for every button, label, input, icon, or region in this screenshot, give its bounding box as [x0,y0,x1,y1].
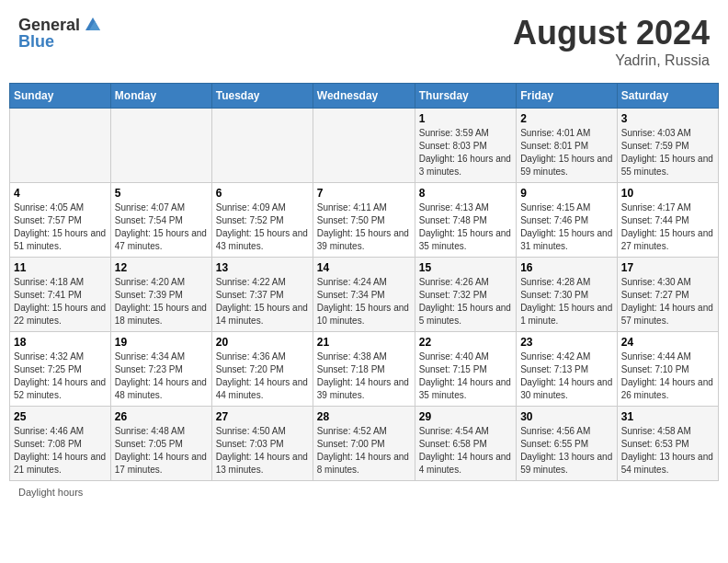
title-area: August 2024 Yadrin, Russia [513,14,710,69]
calendar-cell: 22Sunrise: 4:40 AM Sunset: 7:15 PM Dayli… [415,332,516,407]
day-info: Sunrise: 4:42 AM Sunset: 7:13 PM Dayligh… [520,350,613,402]
day-header-tuesday: Tuesday [211,84,313,109]
calendar-cell: 5Sunrise: 4:07 AM Sunset: 7:54 PM Daylig… [110,183,211,258]
calendar-cell [110,109,211,183]
day-number: 2 [520,112,613,125]
calendar-cell: 26Sunrise: 4:48 AM Sunset: 7:05 PM Dayli… [110,407,211,481]
day-number: 8 [419,187,512,200]
day-info: Sunrise: 4:11 AM Sunset: 7:50 PM Dayligh… [317,201,411,253]
day-info: Sunrise: 4:38 AM Sunset: 7:18 PM Dayligh… [317,350,411,402]
day-info: Sunrise: 4:56 AM Sunset: 6:55 PM Dayligh… [520,425,613,477]
calendar-cell: 17Sunrise: 4:30 AM Sunset: 7:27 PM Dayli… [617,258,718,332]
day-info: Sunrise: 4:58 AM Sunset: 6:53 PM Dayligh… [621,425,714,477]
calendar-cell: 20Sunrise: 4:36 AM Sunset: 7:20 PM Dayli… [211,332,313,407]
day-number: 10 [621,187,714,200]
day-header-saturday: Saturday [617,84,718,109]
calendar-cell: 29Sunrise: 4:54 AM Sunset: 6:58 PM Dayli… [415,407,516,481]
calendar-week-row: 1Sunrise: 3:59 AM Sunset: 8:03 PM Daylig… [10,109,719,183]
day-info: Sunrise: 4:34 AM Sunset: 7:23 PM Dayligh… [115,350,208,402]
calendar-cell: 27Sunrise: 4:50 AM Sunset: 7:03 PM Dayli… [211,407,313,481]
day-info: Sunrise: 4:24 AM Sunset: 7:34 PM Dayligh… [317,276,411,327]
main-title: August 2024 [513,14,710,52]
day-number: 16 [520,261,613,274]
day-number: 1 [419,112,512,125]
calendar-cell: 21Sunrise: 4:38 AM Sunset: 7:18 PM Dayli… [313,332,415,407]
calendar-cell: 1Sunrise: 3:59 AM Sunset: 8:03 PM Daylig… [415,109,516,183]
day-info: Sunrise: 4:22 AM Sunset: 7:37 PM Dayligh… [216,276,309,327]
day-info: Sunrise: 4:52 AM Sunset: 7:00 PM Dayligh… [317,425,411,477]
day-number: 26 [115,410,208,423]
subtitle: Yadrin, Russia [513,52,710,69]
day-info: Sunrise: 4:01 AM Sunset: 8:01 PM Dayligh… [520,127,613,178]
calendar-cell: 11Sunrise: 4:18 AM Sunset: 7:41 PM Dayli… [10,258,111,332]
calendar-cell [211,109,313,183]
day-info: Sunrise: 3:59 AM Sunset: 8:03 PM Dayligh… [419,127,512,178]
calendar-week-row: 11Sunrise: 4:18 AM Sunset: 7:41 PM Dayli… [10,258,719,332]
day-number: 6 [216,187,309,200]
day-info: Sunrise: 4:40 AM Sunset: 7:15 PM Dayligh… [419,350,512,402]
header: General Blue August 2024 Yadrin, Russia [9,9,719,74]
day-info: Sunrise: 4:28 AM Sunset: 7:30 PM Dayligh… [520,276,613,327]
day-header-sunday: Sunday [10,84,111,109]
calendar-cell: 3Sunrise: 4:03 AM Sunset: 7:59 PM Daylig… [617,109,718,183]
day-info: Sunrise: 4:09 AM Sunset: 7:52 PM Dayligh… [216,201,309,253]
calendar-cell: 16Sunrise: 4:28 AM Sunset: 7:30 PM Dayli… [517,258,618,332]
calendar-cell: 10Sunrise: 4:17 AM Sunset: 7:44 PM Dayli… [617,183,718,258]
day-number: 24 [621,336,714,349]
day-info: Sunrise: 4:44 AM Sunset: 7:10 PM Dayligh… [621,350,714,402]
calendar-cell: 24Sunrise: 4:44 AM Sunset: 7:10 PM Dayli… [617,332,718,407]
day-number: 31 [621,410,714,423]
calendar-cell: 12Sunrise: 4:20 AM Sunset: 7:39 PM Dayli… [110,258,211,332]
day-number: 5 [115,187,208,200]
day-number: 7 [317,187,411,200]
day-number: 30 [520,410,613,423]
day-number: 20 [216,336,309,349]
day-info: Sunrise: 4:20 AM Sunset: 7:39 PM Dayligh… [115,276,208,327]
calendar-cell: 28Sunrise: 4:52 AM Sunset: 7:00 PM Dayli… [313,407,415,481]
calendar-header-row: SundayMondayTuesdayWednesdayThursdayFrid… [10,84,719,109]
calendar-cell: 9Sunrise: 4:15 AM Sunset: 7:46 PM Daylig… [517,183,618,258]
day-info: Sunrise: 4:26 AM Sunset: 7:32 PM Dayligh… [419,276,512,327]
day-number: 12 [115,261,208,274]
calendar-cell: 15Sunrise: 4:26 AM Sunset: 7:32 PM Dayli… [415,258,516,332]
calendar-cell: 23Sunrise: 4:42 AM Sunset: 7:13 PM Dayli… [517,332,618,407]
day-number: 4 [14,187,107,200]
day-number: 22 [419,336,512,349]
calendar-cell: 31Sunrise: 4:58 AM Sunset: 6:53 PM Dayli… [617,407,718,481]
day-number: 27 [216,410,309,423]
day-number: 13 [216,261,309,274]
day-header-monday: Monday [110,84,211,109]
day-info: Sunrise: 4:07 AM Sunset: 7:54 PM Dayligh… [115,201,208,253]
calendar-cell: 30Sunrise: 4:56 AM Sunset: 6:55 PM Dayli… [517,407,618,481]
calendar-cell: 18Sunrise: 4:32 AM Sunset: 7:25 PM Dayli… [10,332,111,407]
day-number: 9 [520,187,613,200]
day-info: Sunrise: 4:48 AM Sunset: 7:05 PM Dayligh… [115,425,208,477]
calendar-cell [10,109,111,183]
day-info: Sunrise: 4:18 AM Sunset: 7:41 PM Dayligh… [14,276,107,327]
day-number: 21 [317,336,411,349]
day-info: Sunrise: 4:36 AM Sunset: 7:20 PM Dayligh… [216,350,309,402]
calendar-cell: 4Sunrise: 4:05 AM Sunset: 7:57 PM Daylig… [10,183,111,258]
day-info: Sunrise: 4:46 AM Sunset: 7:08 PM Dayligh… [14,425,107,477]
calendar-cell [313,109,415,183]
calendar-cell: 6Sunrise: 4:09 AM Sunset: 7:52 PM Daylig… [211,183,313,258]
calendar-week-row: 25Sunrise: 4:46 AM Sunset: 7:08 PM Dayli… [10,407,719,481]
logo-icon [82,14,104,36]
day-info: Sunrise: 4:03 AM Sunset: 7:59 PM Dayligh… [621,127,714,178]
day-info: Sunrise: 4:50 AM Sunset: 7:03 PM Dayligh… [216,425,309,477]
day-info: Sunrise: 4:13 AM Sunset: 7:48 PM Dayligh… [419,201,512,253]
calendar-week-row: 4Sunrise: 4:05 AM Sunset: 7:57 PM Daylig… [10,183,719,258]
day-info: Sunrise: 4:54 AM Sunset: 6:58 PM Dayligh… [419,425,512,477]
day-info: Sunrise: 4:32 AM Sunset: 7:25 PM Dayligh… [14,350,107,402]
calendar-cell: 2Sunrise: 4:01 AM Sunset: 8:01 PM Daylig… [517,109,618,183]
calendar-table: SundayMondayTuesdayWednesdayThursdayFrid… [9,83,719,481]
day-header-thursday: Thursday [415,84,516,109]
day-info: Sunrise: 4:15 AM Sunset: 7:46 PM Dayligh… [520,201,613,253]
day-number: 29 [419,410,512,423]
day-number: 14 [317,261,411,274]
logo: General Blue [18,14,104,52]
footer-note: Daylight hours [9,487,719,498]
day-number: 28 [317,410,411,423]
day-number: 18 [14,336,107,349]
day-number: 3 [621,112,714,125]
